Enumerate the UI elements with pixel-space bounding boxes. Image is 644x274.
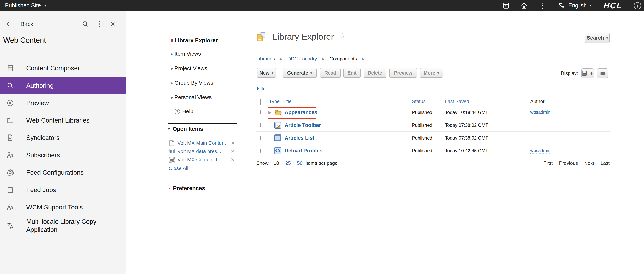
read-button[interactable]: Read [320, 68, 340, 78]
favorite-star-icon[interactable]: ☆ [339, 32, 346, 40]
page-size-50[interactable]: 50 [297, 160, 302, 166]
overflow-menu-icon[interactable] [539, 2, 547, 10]
page-size-25[interactable]: 25 [285, 160, 291, 166]
sidebar-item-web-content-libraries[interactable]: Web Content Libraries [0, 112, 126, 129]
site-selector[interactable]: Published Site ▾ [5, 2, 46, 9]
sidebar-item-wcm-support-tools[interactable]: WCM Support Tools [0, 199, 126, 216]
close-icon[interactable] [110, 21, 116, 27]
view-project-views[interactable]: ▸ Project Views [168, 61, 238, 76]
first-page-link[interactable]: First [543, 160, 553, 166]
site-selector-label: Published Site [5, 2, 41, 9]
item-title-link[interactable]: Reload Profiles [284, 148, 322, 154]
sidebar-item-multi-locale-library-copy[interactable]: Multi-locale Library Copy Application [0, 216, 126, 235]
sidebar-item-subscribers[interactable]: Subscribers [0, 146, 126, 164]
view-personal-views[interactable]: ▸ Personal Views [168, 90, 238, 105]
translate-icon [558, 2, 565, 9]
view-group-by-views[interactable]: ▸ Group By Views [168, 76, 238, 90]
view-label: Project Views [174, 65, 207, 72]
sidebar-item-label: Multi-locale Library Copy Application [26, 218, 122, 234]
last-page-link[interactable]: Last [600, 160, 610, 166]
sidebar: Back Web Content Content Com [0, 11, 126, 274]
search-icon[interactable] [82, 21, 89, 28]
search-button[interactable]: Search ▾ [585, 33, 610, 43]
open-item-link[interactable]: Volt MX Main Content [178, 140, 226, 146]
sidebar-item-preview[interactable]: Preview [0, 94, 126, 112]
close-icon[interactable]: ✕ [231, 140, 235, 146]
chevron-down-icon: ▾ [168, 127, 170, 131]
row-checkbox[interactable] [260, 110, 261, 114]
content-composer-icon [6, 65, 14, 72]
display-options: Display: [561, 68, 608, 78]
display-folder-view-button[interactable] [597, 68, 608, 78]
new-button[interactable]: New ▾ [257, 68, 276, 78]
help-link[interactable]: ? Help [168, 105, 238, 118]
caret-down-icon: ▾ [310, 71, 312, 75]
close-icon[interactable]: ✕ [231, 157, 235, 162]
breadcrumb-separator-icon: ▶ [362, 57, 364, 61]
sidebar-item-feed-jobs[interactable]: Feed Jobs [0, 181, 126, 199]
row-checkbox[interactable] [260, 136, 261, 140]
sidebar-item-content-composer[interactable]: Content Composer [0, 60, 126, 77]
help-icon: ? [174, 109, 180, 114]
language-selector[interactable]: English ▾ [558, 2, 592, 9]
column-type[interactable]: Type [269, 99, 280, 104]
topbar: Published Site ▾ English ▾ HCL [0, 0, 644, 11]
column-last-saved[interactable]: Last Saved [445, 99, 469, 104]
select-all-checkbox[interactable] [260, 99, 261, 105]
delete-button[interactable]: Delete [364, 68, 386, 78]
row-checkbox[interactable] [260, 149, 261, 153]
display-list-view-button[interactable] [582, 68, 594, 78]
edit-button[interactable]: Edit [344, 68, 360, 78]
applications-icon[interactable] [502, 2, 510, 10]
separator [556, 161, 556, 166]
item-title-link[interactable]: Article Toolbar [284, 122, 321, 128]
presentation-template-icon [169, 148, 175, 155]
view-item-views[interactable]: ▸ Item Views [168, 47, 238, 61]
row-checkbox[interactable] [260, 123, 261, 127]
sidebar-item-label: Syndicators [26, 134, 60, 142]
sidebar-item-syndicators[interactable]: Syndicators [0, 129, 126, 146]
folder-icon [6, 117, 14, 124]
item-status: Published [412, 148, 432, 153]
item-title-link[interactable]: Articles List [284, 135, 314, 141]
new-button-label: New [260, 70, 269, 76]
back-button[interactable]: Back [6, 20, 34, 28]
preferences-section[interactable]: ▸ Preferences [168, 183, 238, 193]
close-icon[interactable]: ✕ [231, 149, 235, 154]
previous-page-link[interactable]: Previous [559, 160, 578, 166]
item-author-link[interactable]: wpsadmin [530, 110, 550, 115]
gear-icon [6, 169, 14, 176]
generate-button[interactable]: Generate ▾ [282, 68, 316, 78]
breadcrumb-libraries[interactable]: Libraries [256, 56, 275, 62]
sidebar-item-authoring[interactable]: Authoring [0, 77, 126, 94]
preview-button[interactable]: Preview [389, 68, 417, 78]
breadcrumb-ddc-foundry[interactable]: DDC Foundry [288, 56, 317, 62]
sidebar-menu: Content Composer Authoring Preview Web C… [0, 60, 126, 235]
item-title-link[interactable]: Appearances [284, 109, 317, 115]
breadcrumb-components[interactable]: Components [330, 56, 357, 62]
home-icon[interactable] [520, 2, 528, 10]
open-items-header[interactable]: ▾ Open Items [168, 124, 238, 134]
next-page-link[interactable]: Next [584, 160, 594, 166]
separator [581, 161, 581, 166]
kebab-menu-icon[interactable] [98, 21, 100, 28]
open-items-title: Open Items [172, 126, 203, 132]
sidebar-item-feed-configurations[interactable]: Feed Configurations [0, 164, 126, 181]
column-status[interactable]: Status [412, 99, 426, 104]
info-icon[interactable] [633, 1, 642, 10]
view-library-explorer[interactable]: Library Explorer [168, 34, 238, 47]
html-component-icon [274, 147, 282, 155]
close-all-link[interactable]: Close All [168, 164, 238, 173]
open-item-link[interactable]: Volt MX data pres... [178, 148, 221, 154]
item-author-link[interactable]: wpsadmin [530, 148, 550, 153]
item-last-saved: Today 10:18:44 GMT [445, 110, 488, 115]
item-last-saved: Today 07:38:02 GMT [445, 123, 488, 128]
column-title[interactable]: Title [282, 99, 292, 104]
filter-link[interactable]: Filter [257, 86, 267, 91]
expand-chevron-icon[interactable]: ▶ [268, 110, 272, 115]
open-item-link[interactable]: Volt MX Content T... [178, 157, 222, 163]
sidebar-item-label: Feed Jobs [26, 186, 56, 194]
item-status: Published [412, 123, 432, 128]
more-button[interactable]: More ▾ [420, 68, 443, 78]
separator [597, 161, 598, 166]
